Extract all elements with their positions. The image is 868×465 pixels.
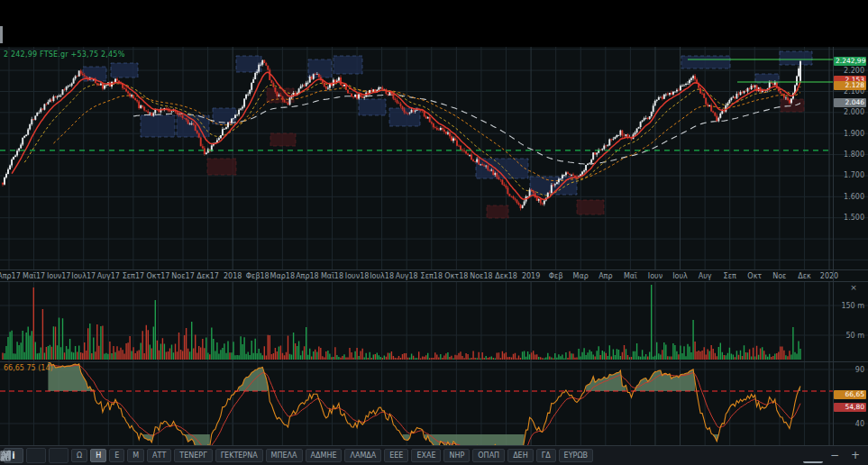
rsi-threshold-fill [183, 434, 210, 445]
time-axis-label[interactable]: Δεκ18 [495, 272, 517, 280]
time-axis-label[interactable]: 2019 [522, 272, 540, 280]
time-axis-label[interactable]: Ιουν18 [345, 272, 370, 280]
ticker-button-ΛΑΜΔΑ[interactable]: ΛΑΜΔΑ [344, 449, 381, 462]
time-axis-label[interactable]: Δεκ17 [196, 272, 219, 280]
timeframe-group: ΩΗΕΜ [71, 449, 144, 462]
pane-separator [0, 269, 868, 270]
ma-long-value-tag: 2.046 [834, 98, 866, 107]
time-axis-label[interactable]: Φεβ [549, 272, 563, 280]
volume-bars-up [5, 285, 800, 360]
volume-tick: 150 m [835, 302, 864, 310]
time-axis-label[interactable]: Απρ18 [296, 272, 319, 280]
rsi-indicator-label: 66,65 75 (14) [4, 364, 53, 372]
time-axis-label[interactable]: Ιουν [648, 272, 662, 280]
up-candle-bodies [5, 60, 800, 208]
time-axis-label[interactable]: Νοε17 [171, 272, 194, 280]
price-tick: 2.200 [835, 67, 864, 75]
volume-tick: 50 m [835, 332, 864, 340]
ema-slow-value-tag: 2.128 [834, 81, 866, 90]
up-candle-wicks [5, 59, 800, 208]
time-axis-label[interactable]: Σεπ17 [123, 272, 144, 280]
symbol-quote-line: 2 242,99 FTSE.gr +53,75 2,45% [4, 50, 124, 59]
bottom-toolbar: i ΩΗΕΜ ΑΤΤΤΕΝΕΡΓΓΕΚΤΕΡΝΑΜΠΕΛΑΑΔΜΗΕΛΑΜΔΑΕ… [0, 445, 868, 465]
time-axis-label[interactable]: Σεπ [724, 272, 736, 280]
time-axis-label[interactable]: Οκτ17 [146, 272, 169, 280]
timeframe-button-Η[interactable]: Η [90, 449, 106, 462]
time-axis-label[interactable]: Μαϊ [624, 272, 637, 280]
volume-bars-down [3, 287, 790, 360]
price-tick: 1.800 [835, 150, 864, 159]
rsi-threshold-fill [425, 434, 525, 445]
time-axis-label[interactable]: Ιουλ [672, 272, 688, 280]
rsi-pane-canvas[interactable] [0, 362, 868, 445]
time-axis-label[interactable]: Μαρ18 [270, 272, 295, 280]
top-black-bar [0, 0, 868, 47]
volume-indicator-button[interactable] [803, 448, 823, 463]
pane-separator [0, 281, 868, 282]
time-axis-label[interactable]: Νοε [772, 272, 786, 280]
ticker-button-ΓΕΚΤΕΡΝΑ[interactable]: ΓΕΚΤΕΡΝΑ [215, 449, 263, 462]
rsi-tick: 40 [835, 420, 864, 428]
rsi-signal-tag: 54,80 [834, 403, 866, 412]
price-tick: 1.500 [835, 214, 864, 222]
time-axis-label[interactable]: Οκτ [747, 272, 762, 280]
ticker-button-ΓΔ[interactable]: ΓΔ [536, 449, 556, 462]
ticker-button-ΑΔΜΗΕ[interactable]: ΑΔΜΗΕ [306, 449, 343, 462]
time-axis-label[interactable]: 2020 [820, 272, 838, 280]
grid-tool-button[interactable] [49, 448, 69, 463]
price-tick: 2.000 [835, 108, 864, 116]
side-panel-handle[interactable] [0, 26, 3, 43]
volume-histogram-icon [0, 450, 13, 460]
time-axis-label[interactable]: Νοε18 [470, 272, 492, 280]
rsi-threshold-fill [635, 369, 696, 391]
ema-mid-yellow-dashed [24, 83, 800, 196]
ticker-button-ΔΕΗ[interactable]: ΔΕΗ [507, 449, 534, 462]
time-axis-label[interactable]: Απρ [598, 272, 612, 280]
ticker-button-ΕΧΑΕ[interactable]: ΕΧΑΕ [411, 449, 441, 462]
time-axis-label[interactable]: Μαϊ17 [23, 272, 45, 280]
timeframe-button-Ε[interactable]: Ε [109, 449, 124, 462]
time-axis-label[interactable]: Σεπ18 [421, 272, 443, 280]
time-axis-label[interactable]: Απρ17 [0, 272, 21, 280]
time-axis-label[interactable]: Ιουλ17 [71, 272, 96, 280]
time-axis-label[interactable]: Ιουλ18 [370, 272, 394, 280]
ticker-button-ΕΕΕ[interactable]: ΕΕΕ [384, 449, 408, 462]
chart-style-button[interactable] [781, 448, 800, 463]
ticker-button-ΑΤΤ[interactable]: ΑΤΤ [147, 449, 171, 462]
last-price-tag: 2.242,99 [834, 57, 866, 66]
supply-demand-zones [83, 51, 812, 218]
time-axis-label[interactable]: Ιουν17 [47, 272, 71, 280]
time-axis-label[interactable]: 2018 [224, 272, 242, 280]
trendline-tool-button[interactable] [26, 448, 46, 463]
pane-separator[interactable] [0, 361, 868, 362]
rsi-value-tag: 66,65 [834, 390, 866, 399]
time-axis-label[interactable]: Αυγ [699, 272, 712, 280]
price-tick: 1.700 [835, 171, 864, 179]
time-axis-label[interactable]: Δεκ [798, 272, 811, 280]
close-volume-pane-icon[interactable]: × [848, 283, 859, 293]
price-tick: 1.900 [835, 130, 864, 138]
rsi-tick: 90 [835, 366, 864, 374]
time-axis-label[interactable]: Αυγ18 [396, 272, 418, 280]
app-window: 2 242,99 FTSE.gr +53,75 2,45% Απρ17Μαϊ17… [0, 0, 868, 465]
axis-separator [833, 47, 834, 445]
ticker-button-ΟΠΑΠ[interactable]: ΟΠΑΠ [472, 449, 505, 462]
ticker-button-ΜΠΕΛΑ[interactable]: ΜΠΕΛΑ [266, 449, 303, 462]
time-axis-label[interactable]: Μαϊ18 [321, 272, 343, 280]
ticker-button-ΤΕΝΕΡΓ[interactable]: ΤΕΝΕΡΓ [174, 449, 212, 462]
price-tick: 1.600 [835, 193, 864, 201]
price-chart-canvas[interactable] [0, 47, 868, 270]
timeframe-button-Ω[interactable]: Ω [71, 449, 87, 462]
time-axis-label[interactable]: Φεβ18 [246, 272, 270, 280]
ticker-group: ΑΤΤΤΕΝΕΡΓΓΕΚΤΕΡΝΑΜΠΕΛΑΑΔΜΗΕΛΑΜΔΑΕΕΕΕΧΑΕΝ… [147, 449, 593, 462]
time-axis-label[interactable]: Μαρ [573, 272, 589, 280]
ticker-button-ΝΗΡ[interactable]: ΝΗΡ [443, 449, 470, 462]
timeframe-button-Μ[interactable]: Μ [127, 449, 144, 462]
zoom-in-button[interactable]: + [846, 448, 864, 463]
zoom-out-button[interactable]: − [826, 448, 844, 463]
ticker-button-ΕΥΡΩΒ[interactable]: ΕΥΡΩΒ [559, 449, 593, 462]
time-axis-label[interactable]: Αυγ17 [97, 272, 120, 280]
time-axis-label[interactable]: Οκτ18 [444, 272, 468, 280]
volume-pane-canvas[interactable] [0, 282, 868, 362]
